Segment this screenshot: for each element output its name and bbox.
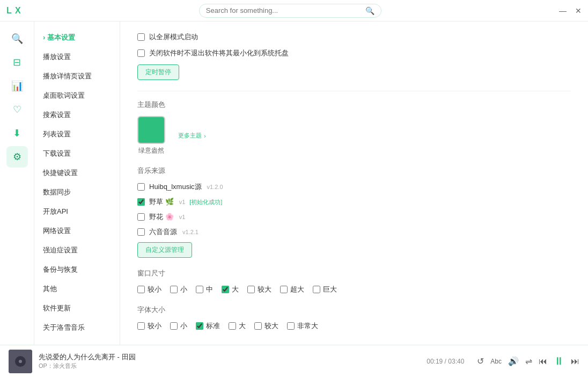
sidebar-icon-search[interactable]: 🔍: [6, 28, 28, 49]
window-size-option[interactable]: 较大: [247, 285, 271, 294]
minimize-tray-checkbox[interactable]: [137, 49, 145, 57]
play-pause-button[interactable]: ⏸: [554, 355, 564, 367]
prev-button[interactable]: ⏮: [539, 357, 547, 366]
sidebar-icon-download[interactable]: ⬇: [6, 122, 28, 144]
font-size-checkbox[interactable]: [137, 322, 145, 330]
window-size-label: 中: [206, 285, 213, 294]
window-size-checkbox[interactable]: [222, 286, 229, 293]
font-size-option[interactable]: 小: [170, 321, 187, 331]
source-huibq-checkbox[interactable]: [137, 183, 145, 191]
nav-item[interactable]: 强迫症设置: [34, 241, 120, 260]
timer-stop-button[interactable]: 定时暂停: [137, 64, 179, 80]
window-controls: — ✕: [559, 6, 582, 15]
nav-item[interactable]: 播放详情页设置: [34, 67, 120, 86]
music-source-title: 音乐来源: [137, 166, 571, 176]
fullscreen-row: 以全屏模式启动: [137, 32, 571, 42]
search-bar: 🔍: [199, 4, 381, 18]
theme-color-container: 绿意盎然: [137, 116, 165, 155]
chevron-right-icon: ›: [204, 133, 206, 139]
nav-item[interactable]: 下载设置: [34, 144, 120, 163]
nav-item[interactable]: 关于洛雪音乐: [34, 318, 120, 337]
sidebar-icon-library[interactable]: ⊟: [6, 52, 28, 73]
settings-content: 以全屏模式启动 关闭软件时不退出软件将其最小化到系统托盘 定时暂停 主题颜色 绿…: [120, 21, 588, 345]
nav-item[interactable]: 开放API: [34, 202, 120, 221]
app-logo: L X: [6, 6, 21, 16]
font-size-option[interactable]: 大: [229, 321, 246, 331]
minimize-tray-label: 关闭软件时不退出软件将其最小化到系统托盘: [149, 48, 289, 58]
window-size-option[interactable]: 大: [222, 285, 239, 294]
nav-item[interactable]: 备份与恢复: [34, 260, 120, 279]
window-size-label: 较大: [258, 285, 271, 294]
window-size-checkbox[interactable]: [196, 286, 203, 293]
window-size-checkbox[interactable]: [247, 286, 255, 293]
source-yecao-badge: v1: [179, 199, 186, 205]
window-size-label: 小: [180, 285, 187, 294]
more-themes-link[interactable]: 更多主题 ›: [178, 132, 206, 140]
font-size-label: 非常大: [297, 321, 318, 331]
source-yecao-checkbox[interactable]: [137, 198, 145, 206]
custom-source-button[interactable]: 自定义源管理: [137, 242, 192, 258]
font-size-label: 大: [239, 321, 246, 331]
window-size-checkbox[interactable]: [313, 286, 320, 293]
font-size-option[interactable]: 非常大: [287, 321, 318, 331]
album-art-icon: [9, 350, 32, 373]
window-size-option[interactable]: 小: [170, 285, 187, 294]
nav-item[interactable]: 其他: [34, 279, 120, 299]
source-yehua-label: 野花 🌸: [149, 212, 174, 222]
sidebar-icon-settings[interactable]: ⚙: [6, 146, 28, 168]
next-button[interactable]: ⏭: [571, 357, 579, 366]
search-input[interactable]: [206, 6, 365, 15]
source-liuyin-label: 六音音源: [149, 227, 177, 237]
theme-color-box[interactable]: [137, 116, 165, 144]
nav-item[interactable]: 桌面歌词设置: [34, 86, 120, 105]
font-size-option[interactable]: 较小: [137, 321, 161, 331]
abc-button[interactable]: Abc: [490, 358, 502, 365]
theme-section-title: 主题颜色: [137, 100, 571, 110]
window-size-row: 较小小中大较大超大巨大: [137, 285, 571, 294]
player-artist: OP：涂火音乐: [39, 362, 136, 370]
nav-item[interactable]: 数据同步: [34, 183, 120, 202]
source-yehua-checkbox[interactable]: [137, 213, 145, 221]
loop-button[interactable]: ↺: [477, 356, 484, 366]
player-thumbnail: [9, 350, 32, 373]
window-size-option[interactable]: 中: [196, 285, 213, 294]
nav-item[interactable]: 列表设置: [34, 125, 120, 144]
window-size-checkbox[interactable]: [137, 286, 145, 293]
font-size-checkbox[interactable]: [170, 322, 178, 330]
shuffle-button[interactable]: ⇌: [525, 356, 532, 366]
search-icon[interactable]: 🔍: [365, 6, 374, 15]
font-size-option[interactable]: 标准: [196, 321, 220, 331]
window-size-checkbox[interactable]: [170, 286, 178, 293]
font-size-row: 较小小标准大较大非常大: [137, 321, 571, 331]
volume-button[interactable]: 🔊: [508, 356, 519, 366]
close-button[interactable]: ✕: [575, 6, 582, 15]
window-size-checkbox[interactable]: [280, 286, 288, 293]
font-size-label: 较大: [264, 321, 278, 331]
fullscreen-checkbox[interactable]: [137, 33, 145, 41]
source-huibq-label: Huibq_lxmusic源: [149, 182, 202, 192]
nav-item[interactable]: 快捷键设置: [34, 163, 120, 183]
sidebar-icon-chart[interactable]: 📊: [6, 75, 28, 97]
window-size-option[interactable]: 巨大: [313, 285, 337, 294]
window-size-option[interactable]: 较小: [137, 285, 161, 294]
nav-item[interactable]: 软件更新: [34, 299, 120, 318]
font-size-label: 较小: [148, 321, 161, 331]
font-size-option[interactable]: 较大: [254, 321, 278, 331]
nav-item[interactable]: 搜索设置: [34, 105, 120, 125]
nav-sidebar: › 基本设置 播放设置播放详情页设置桌面歌词设置搜索设置列表设置下载设置快捷键设…: [34, 21, 120, 345]
source-liuyin-badge: v1.2.1: [182, 229, 199, 235]
font-size-checkbox[interactable]: [196, 322, 203, 330]
sidebar-icon-heart[interactable]: ♡: [6, 99, 28, 120]
player-title: 先说爱的人为什么先离开 - 田园: [39, 352, 136, 362]
more-themes-text: 更多主题: [178, 132, 202, 140]
font-size-checkbox[interactable]: [229, 322, 236, 330]
window-size-option[interactable]: 超大: [280, 285, 304, 294]
font-size-checkbox[interactable]: [254, 322, 262, 330]
fullscreen-label: 以全屏模式启动: [149, 32, 198, 42]
nav-item[interactable]: 网络设置: [34, 221, 120, 241]
nav-item[interactable]: 播放设置: [34, 47, 120, 67]
source-liuyin-checkbox[interactable]: [137, 228, 145, 236]
font-size-checkbox[interactable]: [287, 322, 295, 330]
nav-section-header[interactable]: › 基本设置: [34, 28, 120, 47]
minimize-button[interactable]: —: [559, 6, 567, 15]
